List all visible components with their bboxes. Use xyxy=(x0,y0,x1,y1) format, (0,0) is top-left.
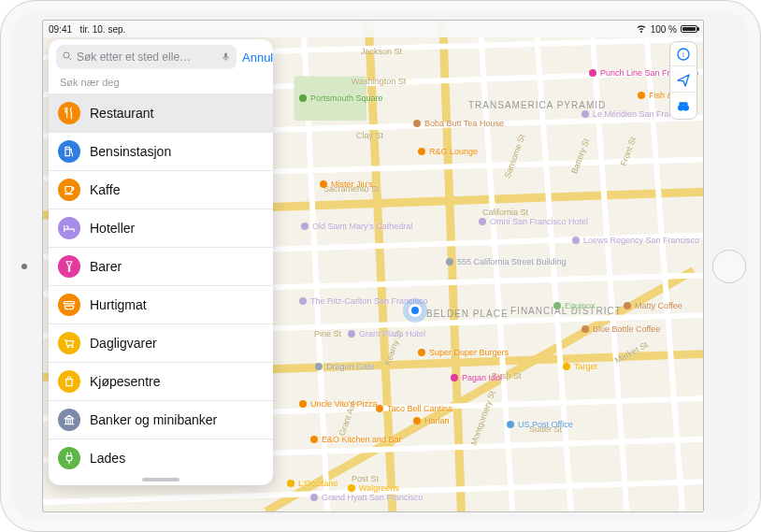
category-label: Bensinstasjon xyxy=(90,144,171,159)
poi-dot[interactable] xyxy=(479,218,486,225)
svg-rect-26 xyxy=(679,102,687,105)
locate-me-button[interactable] xyxy=(670,68,696,93)
district-label: TRANSAMERICA PYRAMID xyxy=(468,100,606,110)
front-camera xyxy=(22,264,27,269)
svg-point-25 xyxy=(682,105,689,111)
poi-label[interactable]: R&G Lounge xyxy=(429,147,478,156)
poi-label[interactable]: Mister Jiu's xyxy=(331,180,373,189)
poi-label[interactable]: Pagan Idol xyxy=(462,373,502,382)
poi-dot[interactable] xyxy=(299,400,307,408)
poi-dot[interactable] xyxy=(287,480,294,487)
poi-label[interactable]: Super Duper Burgers xyxy=(429,348,509,357)
poi-dot[interactable] xyxy=(310,494,318,501)
poi-label[interactable]: E&O Kitchen and Bar xyxy=(322,435,402,444)
street-label: Post St xyxy=(352,474,379,483)
poi-label[interactable]: Walgreens xyxy=(359,483,399,493)
wifi-icon xyxy=(636,22,647,36)
poi-label[interactable]: Grant Plaza Hotel xyxy=(359,329,425,338)
poi-label[interactable]: 555 California Street Building xyxy=(457,257,567,266)
plug-icon xyxy=(58,447,80,469)
search-icon xyxy=(62,49,73,65)
category-row-kj-pesentre[interactable]: Kjøpesentre xyxy=(49,362,273,400)
category-row-lades[interactable]: Lades xyxy=(49,439,273,472)
poi-dot[interactable] xyxy=(572,237,580,244)
poi-dot[interactable] xyxy=(582,325,589,333)
category-row-barer[interactable]: Barer xyxy=(49,247,273,285)
poi-dot[interactable] xyxy=(310,436,318,443)
poi-label[interactable]: Harlan xyxy=(424,416,450,425)
poi-dot[interactable] xyxy=(451,374,458,381)
search-input[interactable] xyxy=(77,50,217,64)
poi-dot[interactable] xyxy=(418,349,425,356)
poi-dot[interactable] xyxy=(320,180,327,188)
poi-label[interactable]: Blue Bottle Coffee xyxy=(593,324,660,334)
poi-label[interactable]: Grand Hyatt San Francisco xyxy=(322,493,424,502)
category-row-kaffe[interactable]: Kaffe xyxy=(49,170,273,208)
category-row-hurtigmat[interactable]: Hurtigmat xyxy=(49,285,273,324)
poi-dot[interactable] xyxy=(348,484,355,492)
bed-icon xyxy=(58,217,80,239)
category-row-bensinstasjon[interactable]: Bensinstasjon xyxy=(49,132,273,170)
status-time: 09:41 xyxy=(49,24,72,35)
poi-dot[interactable] xyxy=(563,363,570,370)
poi-label[interactable]: Omni San Francisco Hotel xyxy=(490,217,588,226)
poi-dot[interactable] xyxy=(299,297,307,305)
poi-dot[interactable] xyxy=(418,148,425,155)
cart-icon xyxy=(58,332,80,354)
poi-dot[interactable] xyxy=(315,363,323,370)
district-label: BELDEN PLACE xyxy=(426,309,509,319)
cancel-button[interactable]: Annuller xyxy=(242,50,273,65)
bank-icon xyxy=(58,409,80,431)
section-nearby-label: Søk nær deg xyxy=(49,75,273,93)
category-row-dagligvarer[interactable]: Dagligvarer xyxy=(49,324,273,362)
map-info-button[interactable]: i xyxy=(670,42,696,66)
category-label: Hurtigmat xyxy=(90,297,147,312)
home-button[interactable] xyxy=(712,250,746,283)
poi-dot[interactable] xyxy=(589,69,596,77)
poi-label[interactable]: Loews Regency San Francisco xyxy=(583,236,699,245)
svg-line-28 xyxy=(69,58,72,61)
poi-label[interactable]: US Post Office xyxy=(518,420,573,429)
poi-label[interactable]: Matty Coffee xyxy=(635,301,682,310)
poi-label[interactable]: Target xyxy=(574,362,597,371)
poi-dot[interactable] xyxy=(299,94,307,102)
sheet-drag-handle[interactable] xyxy=(142,478,179,482)
poi-dot[interactable] xyxy=(638,92,645,99)
category-row-restaurant[interactable]: Restaurant xyxy=(49,93,273,132)
fork-knife-icon xyxy=(58,102,80,124)
poi-label[interactable]: Boba Butt Tea House xyxy=(424,119,504,128)
poi-dot[interactable] xyxy=(413,417,421,424)
svg-rect-29 xyxy=(224,52,227,58)
burger-icon xyxy=(58,294,80,316)
poi-label[interactable]: Dragon Gate xyxy=(326,362,375,371)
street-label: California St xyxy=(482,208,528,217)
status-date: tir. 10. sep. xyxy=(79,24,125,35)
binoculars-button[interactable] xyxy=(670,94,696,119)
poi-label[interactable]: Portsmouth Square xyxy=(310,93,383,103)
street-label: Jackson St xyxy=(361,47,402,56)
category-label: Hoteller xyxy=(90,221,135,236)
poi-label[interactable]: Uncle Vito's Pizza xyxy=(310,399,378,409)
screen: 09:41 tir. 10. sep. 100 % xyxy=(42,20,704,512)
poi-label[interactable]: Taco Bell Cantina xyxy=(387,404,452,413)
poi-dot[interactable] xyxy=(553,302,561,309)
search-field[interactable] xyxy=(56,45,237,69)
category-list[interactable]: RestaurantBensinstasjonKaffeHotellerBare… xyxy=(49,93,273,472)
fuel-icon xyxy=(58,140,80,163)
category-row-hoteller[interactable]: Hoteller xyxy=(49,208,273,247)
poi-dot[interactable] xyxy=(413,120,421,127)
category-label: Kjøpesentre xyxy=(90,374,160,389)
poi-dot[interactable] xyxy=(446,258,453,266)
poi-label[interactable]: Old Saint Mary's Cathedral xyxy=(312,222,412,231)
dictation-icon[interactable] xyxy=(221,49,231,65)
poi-dot[interactable] xyxy=(348,330,355,338)
category-row-banker-og-minibanker[interactable]: Banker og minibanker xyxy=(49,400,273,439)
poi-dot[interactable] xyxy=(624,302,631,309)
svg-point-27 xyxy=(64,52,69,58)
poi-dot[interactable] xyxy=(582,110,589,118)
category-label: Restaurant xyxy=(90,106,153,121)
poi-label[interactable]: L'Occitane xyxy=(298,479,337,488)
poi-dot[interactable] xyxy=(301,223,309,230)
poi-dot[interactable] xyxy=(507,421,514,428)
poi-label[interactable]: Equinox xyxy=(565,301,596,310)
